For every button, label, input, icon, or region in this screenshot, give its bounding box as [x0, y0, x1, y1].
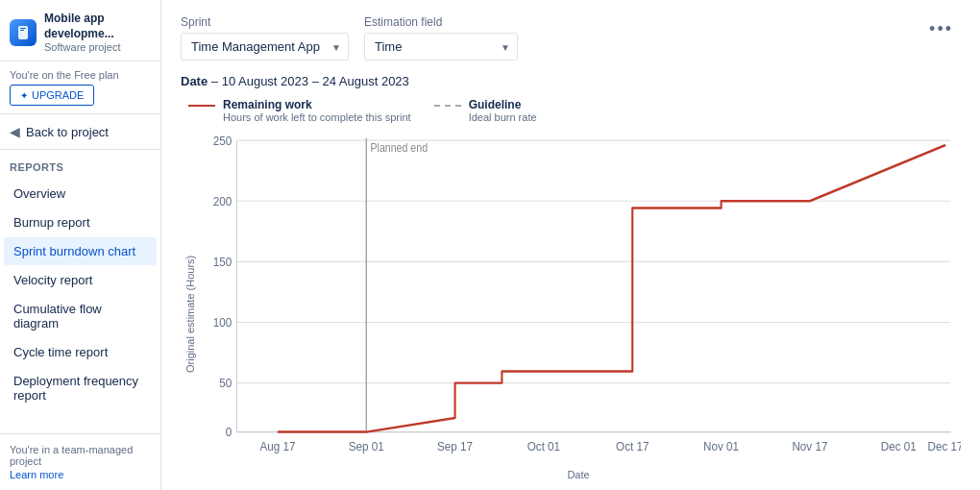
estimation-select-wrap: Time ▼ — [364, 33, 518, 61]
sidebar-item-velocity[interactable]: Velocity report — [4, 266, 157, 294]
chart-legend: Remaining work Hours of work left to com… — [188, 98, 961, 123]
svg-text:50: 50 — [219, 377, 232, 391]
footer-text: You're in a team-managed project — [10, 444, 133, 467]
svg-text:Dec 01: Dec 01 — [881, 439, 917, 453]
chart-area: 250 200 150 100 50 0 Aug 17 Sep 01 Sep 1… — [196, 129, 961, 480]
date-range-text: 10 August 2023 – 24 August 2023 — [222, 74, 409, 88]
estimation-select[interactable]: Time — [364, 33, 518, 61]
legend-guideline-desc: Ideal burn rate — [469, 111, 537, 123]
estimation-field: Estimation field Time ▼ — [364, 15, 518, 61]
sprint-field: Sprint Time Management App ▼ — [181, 15, 349, 61]
svg-text:Planned end: Planned end — [370, 142, 428, 155]
project-info: Mobile app developme... Software project — [44, 12, 151, 53]
legend-guideline-title: Guideline — [469, 98, 537, 111]
x-axis-label: Date — [196, 469, 961, 480]
chart-svg-container: 250 200 150 100 50 0 Aug 17 Sep 01 Sep 1… — [196, 129, 961, 467]
project-name: Mobile app developme... — [44, 12, 151, 41]
upgrade-button[interactable]: ✦ UPGRADE — [10, 85, 94, 106]
sprint-select[interactable]: Time Management App — [181, 33, 349, 61]
sidebar-item-overview[interactable]: Overview — [4, 180, 157, 208]
upgrade-label: UPGRADE — [32, 89, 84, 101]
svg-text:Oct 17: Oct 17 — [616, 439, 649, 453]
legend-remaining-title: Remaining work — [223, 98, 411, 111]
y-axis-label: Original estimate (Hours) — [181, 129, 196, 480]
sprint-label: Sprint — [181, 15, 349, 29]
svg-text:Sep 01: Sep 01 — [349, 439, 384, 453]
svg-text:150: 150 — [213, 256, 232, 270]
svg-rect-1 — [20, 28, 26, 29]
sidebar-item-cumulative[interactable]: Cumulative flow diagram — [4, 295, 157, 337]
svg-text:Aug 17: Aug 17 — [259, 439, 295, 453]
back-to-project-link[interactable]: ◀ Back to project — [0, 114, 160, 150]
chart-outer: Original estimate (Hours) 250 200 — [181, 129, 961, 480]
svg-text:200: 200 — [213, 194, 232, 208]
sidebar-footer: You're in a team-managed project Learn m… — [0, 433, 160, 490]
controls-row: Sprint Time Management App ▼ Estimation … — [181, 15, 961, 61]
plan-text: You're on the Free plan — [10, 69, 151, 81]
date-bold-label: Date — [181, 74, 208, 88]
sidebar-nav: Overview Burnup report Sprint burndown c… — [0, 179, 160, 410]
plan-section: You're on the Free plan ✦ UPGRADE — [0, 61, 160, 114]
sidebar-header: Mobile app developme... Software project — [0, 0, 160, 61]
date-range-row: Date – 10 August 2023 – 24 August 2023 — [181, 74, 961, 88]
sidebar-item-cycle[interactable]: Cycle time report — [4, 338, 157, 366]
sprint-select-wrap: Time Management App ▼ — [181, 33, 349, 61]
svg-text:0: 0 — [226, 426, 233, 440]
upgrade-star-icon: ✦ — [20, 90, 28, 101]
svg-text:Dec 17: Dec 17 — [928, 439, 961, 453]
legend-remaining: Remaining work Hours of work left to com… — [188, 98, 411, 123]
app-icon — [10, 19, 37, 46]
chart-svg: 250 200 150 100 50 0 Aug 17 Sep 01 Sep 1… — [196, 129, 961, 467]
svg-text:Sep 17: Sep 17 — [437, 439, 473, 453]
svg-text:Nov 01: Nov 01 — [703, 439, 739, 453]
legend-guideline-line-icon — [434, 105, 461, 107]
main-content: Sprint Time Management App ▼ Estimation … — [161, 0, 980, 490]
legend-remaining-line-icon — [188, 105, 215, 107]
more-options-button[interactable]: ••• — [921, 15, 961, 43]
svg-rect-2 — [20, 30, 24, 31]
back-icon: ◀ — [10, 124, 20, 139]
svg-text:250: 250 — [213, 134, 232, 148]
svg-text:Nov 17: Nov 17 — [792, 439, 827, 453]
sidebar-item-deployment[interactable]: Deployment frequency report — [4, 367, 157, 409]
project-type: Software project — [44, 41, 151, 53]
back-label: Back to project — [26, 125, 109, 139]
reports-section-title: Reports — [0, 150, 160, 179]
estimation-label: Estimation field — [364, 15, 518, 29]
svg-text:Oct 01: Oct 01 — [527, 439, 560, 453]
sidebar-item-burnup[interactable]: Burnup report — [4, 208, 157, 236]
sidebar-item-burndown[interactable]: Sprint burndown chart — [4, 237, 157, 265]
sidebar: Mobile app developme... Software project… — [0, 0, 161, 490]
date-separator: – — [211, 74, 222, 88]
footer-link[interactable]: Learn more — [10, 469, 151, 480]
legend-remaining-desc: Hours of work left to complete this spri… — [223, 111, 411, 123]
legend-guideline: Guideline Ideal burn rate — [434, 98, 537, 123]
svg-text:100: 100 — [213, 316, 232, 331]
